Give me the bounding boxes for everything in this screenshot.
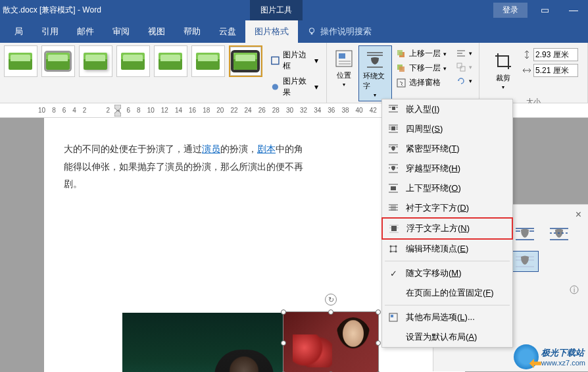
- dd-inline[interactable]: 嵌入型(I): [382, 99, 512, 119]
- tab-refs[interactable]: 引用: [32, 20, 68, 43]
- ruler-tick: 10: [38, 107, 45, 114]
- selected-image[interactable]: [283, 311, 379, 372]
- picture-effects-button[interactable]: 图片效果▾: [268, 74, 321, 99]
- group-arrange: 位置▾ 环绕文字▾ 上移一层▾ 下移一层▾ 选择窗格 ▾ ▾ ▾: [327, 43, 479, 103]
- style-thumb-6[interactable]: [191, 45, 225, 77]
- info-icon[interactable]: i: [570, 285, 579, 294]
- selpane-icon: [396, 78, 406, 88]
- watermark: 极光下载站 www.xz7.com: [514, 344, 585, 369]
- resize-handle-w[interactable]: [281, 340, 286, 346]
- resize-handle-nw[interactable]: [281, 309, 286, 315]
- border-icon: [270, 55, 280, 66]
- svg-rect-22: [457, 63, 462, 68]
- wrap-opt-through[interactable]: [545, 223, 573, 244]
- picture-border-button[interactable]: 图片边框▾: [268, 48, 321, 73]
- send-backward-button[interactable]: 下移一层▾: [393, 61, 449, 75]
- more-icon: [387, 311, 399, 323]
- svg-rect-18: [397, 79, 405, 87]
- align-icon: [456, 48, 466, 59]
- tight-icon: [387, 143, 399, 155]
- svg-rect-2: [272, 57, 279, 64]
- dd-movewithtext[interactable]: ✓随文字移动(M): [382, 263, 512, 283]
- behind-icon: [387, 202, 399, 214]
- svg-rect-8: [339, 53, 345, 59]
- infront-icon: [388, 223, 400, 234]
- style-thumb-7[interactable]: [229, 45, 262, 77]
- wrap-opt-infront[interactable]: [511, 251, 539, 272]
- style-thumb-1[interactable]: [4, 45, 37, 77]
- rotate-button[interactable]: ▾: [453, 74, 475, 88]
- inline-icon: [387, 103, 399, 115]
- dd-separator: [385, 261, 510, 261]
- dd-infront[interactable]: 浮于文字上方(N): [383, 219, 512, 238]
- svg-rect-17: [399, 66, 404, 72]
- tab-mail[interactable]: 邮件: [68, 20, 103, 43]
- dd-topbottom[interactable]: 上下型环绕(O): [382, 178, 512, 198]
- dd-tight[interactable]: 紧密型环绕(T): [382, 139, 512, 159]
- contextual-tab: 图片工具: [250, 0, 303, 20]
- bring-fwd-icon: [396, 49, 406, 59]
- resize-handle-n[interactable]: [328, 309, 333, 315]
- style-thumb-2[interactable]: [41, 45, 75, 77]
- link-actor[interactable]: 演员: [202, 144, 220, 154]
- tab-review[interactable]: 审阅: [103, 20, 139, 43]
- rotate-handle[interactable]: [325, 294, 337, 306]
- dd-through[interactable]: 穿越型环绕(H): [382, 159, 512, 178]
- panel-close-icon[interactable]: ×: [576, 209, 581, 221]
- tab-help[interactable]: 帮助: [174, 20, 210, 43]
- wrap-text-button[interactable]: 环绕文字▾: [358, 45, 392, 101]
- svg-text:i: i: [574, 286, 575, 294]
- svg-point-0: [310, 28, 314, 32]
- style-thumb-3[interactable]: [79, 45, 112, 77]
- ribbon: 图片边框▾ 图片效果▾ 图片版式▾ 图片样式 位置▾ 环绕文字▾ 上移一层▾ 下…: [0, 43, 588, 103]
- height-icon: [522, 49, 532, 60]
- minimize-icon[interactable]: —: [562, 1, 585, 19]
- align-button[interactable]: ▾: [453, 47, 475, 60]
- style-thumb-5[interactable]: [154, 45, 187, 77]
- group-icon: [456, 62, 466, 72]
- tab-cloud[interactable]: 云盘: [210, 20, 245, 43]
- svg-point-56: [395, 251, 397, 253]
- svg-rect-15: [397, 50, 403, 55]
- dd-fixpos[interactable]: 在页面上的位置固定(F): [382, 283, 512, 303]
- dd-editpoints[interactable]: 编辑环绕顶点(E): [382, 239, 512, 259]
- resize-handle-ne[interactable]: [376, 309, 381, 315]
- dd-morelayout[interactable]: 其他布局选项(L)...: [382, 307, 512, 327]
- width-input[interactable]: [533, 64, 578, 77]
- svg-point-54: [390, 246, 392, 248]
- height-input[interactable]: [533, 48, 578, 61]
- dd-setdefault[interactable]: 设置为默认布局(A): [382, 327, 512, 347]
- editpoints-icon: [387, 243, 399, 255]
- link-script[interactable]: 剧本: [257, 144, 276, 154]
- topbottom-icon: [387, 182, 399, 194]
- svg-rect-59: [391, 315, 393, 317]
- selection-pane-button[interactable]: 选择窗格: [393, 76, 449, 90]
- bring-forward-button[interactable]: 上移一层▾: [393, 47, 449, 61]
- menubar: 局 引用 邮件 审阅 视图 帮助 云盘 图片格式 操作说明搜索: [0, 20, 588, 43]
- wrap-text-icon: [364, 49, 385, 70]
- svg-point-3: [272, 84, 278, 90]
- crop-button[interactable]: 裁剪▾: [489, 48, 518, 93]
- watermark-url: www.xz7.com: [541, 359, 585, 367]
- check-icon: ✓: [387, 267, 399, 279]
- rotate-icon: [456, 76, 466, 86]
- send-back-icon: [396, 63, 406, 74]
- ribbon-display-icon[interactable]: ▭: [533, 1, 556, 19]
- dd-behind[interactable]: 衬于文字下方(D): [382, 198, 512, 218]
- position-button[interactable]: 位置▾: [330, 45, 358, 101]
- wrap-opt-tight[interactable]: [511, 223, 539, 244]
- tab-view[interactable]: 视图: [139, 20, 174, 43]
- tab-layout[interactable]: 局: [5, 20, 32, 43]
- login-button[interactable]: 登录: [493, 3, 527, 18]
- svg-point-57: [390, 251, 392, 253]
- tab-picture-format[interactable]: 图片格式: [245, 20, 298, 43]
- indent-marker-icon[interactable]: [114, 105, 121, 117]
- watermark-site: 极光下载站: [541, 347, 585, 359]
- svg-point-55: [395, 246, 397, 248]
- style-thumb-4[interactable]: [116, 45, 150, 77]
- width-icon: [522, 65, 532, 76]
- dd-square[interactable]: 四周型(S): [382, 119, 512, 139]
- group-button[interactable]: ▾: [453, 61, 475, 74]
- resize-handle-e[interactable]: [376, 340, 381, 346]
- tell-me-search[interactable]: 操作说明搜索: [307, 26, 372, 38]
